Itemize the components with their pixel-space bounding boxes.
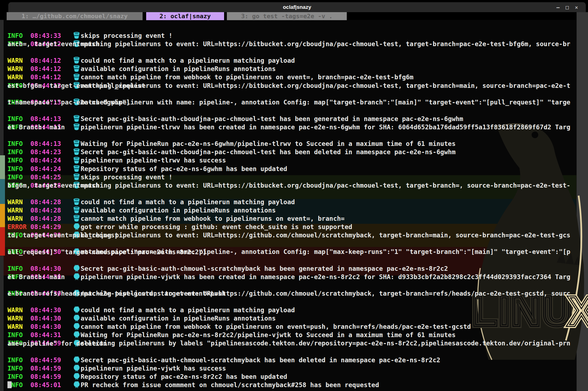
- log-row: INFO 08:44:59 Repository status of pac-e…: [0, 364, 577, 372]
- log-row: INFO 08:44:13 matching pipelineruns to e…: [0, 73, 577, 82]
- log-message-continuation: bfg6m, target-event=push: [7, 182, 99, 189]
- log-row: INFO 08:44:13 Secret pac-git-basic-auth-…: [0, 106, 577, 115]
- log-message-continuation: ull_request]" "target-namespace":"pac-e2…: [7, 248, 206, 256]
- window-title: oclaf|snazy: [8, 2, 586, 12]
- maximize-button[interactable]: □: [566, 4, 569, 10]
- log-row: INFO 08:43:33 skips processing event !: [0, 23, 577, 32]
- log-row: INFO 08:44:59 Secret pac-git-basic-auth-…: [0, 348, 577, 356]
- log-row: INFO 08:44:13 matched pipelinerun with n…: [0, 90, 577, 98]
- tab-window-2-active[interactable]: 2: oclaf|snazy: [146, 12, 224, 20]
- tab-window-3[interactable]: 3: go test -tags=e2e -v .: [227, 12, 347, 20]
- log-row: INFO 08:45:01 PR recheck from issue comm…: [0, 372, 577, 381]
- log-message-continuation: e-branch=refs/heads/pac-e2e-test-gcstd, …: [7, 290, 225, 297]
- close-button[interactable]: ✕: [575, 4, 578, 10]
- log-row: WARN 08:44:30 cannot match pipeline from…: [0, 314, 577, 322]
- log-row: INFO 08:44:24 Repository status of pac-e…: [0, 156, 577, 165]
- log-row: INFO 08:44:13 pipelinerun pipeline-tlrwv…: [0, 115, 577, 123]
- log-row: WARN 08:44:12 could not find a match to …: [0, 48, 577, 56]
- log-message: selecting pipelineruns by labels "pipeli…: [81, 340, 570, 347]
- log-row: INFO 08:44:30 matching pipelineruns to e…: [0, 223, 577, 231]
- log-message-continuation: et Branch: main: [7, 273, 65, 280]
- titlebar[interactable]: oclaf|snazy – □ ✕: [8, 2, 586, 12]
- log-message: pipelinerun pipeline-vjwtk has been crea…: [81, 273, 570, 280]
- log-row: WARN 08:44:30 could not find a match to …: [0, 298, 577, 306]
- log-message: PR recheck from issue commment on chmoue…: [81, 381, 379, 389]
- log-message-continuation: anch=, target-event=push: [7, 40, 99, 48]
- log-message-continuation: ame=pipeline" for deletion: [7, 340, 107, 347]
- terminal-log[interactable]: INFO 08:43:33 skips processing event !IN…: [0, 23, 577, 391]
- log-row: WARN 08:44:28 could not find a match to …: [0, 190, 577, 198]
- log-row: INFO 08:44:13 Waiting for PipelineRun pa…: [0, 131, 577, 140]
- log-message-continuation: t-namespace":"pac-e2e-ns-6gwhm"]: [7, 99, 130, 106]
- log-message: matched pipelinerun with name: pipeline-…: [81, 99, 570, 106]
- log-message-continuation: et Branch: main: [7, 124, 65, 131]
- log-message-continuation: est-bfg6m, target-event=pull_request: [7, 82, 145, 89]
- log-message: matching pipelineruns to event: URL=http…: [81, 82, 570, 89]
- log-message: matching pipelineruns to event: URL=http…: [81, 232, 570, 239]
- terminal-window: LINU LINU LINU X X X oclaf|snazy – □ ✕ 1…: [0, 0, 588, 391]
- log-row: WARN 08:44:12 cannot match pipeline from…: [0, 65, 577, 73]
- log-row: WARN 08:44:28 cannot match pipeline from…: [0, 206, 577, 214]
- log-timestamp: 08:45:01: [30, 381, 65, 389]
- log-row: INFO 08:44:30 matched pipelinerun with n…: [0, 239, 577, 248]
- log-row: INFO 08:44:31 Waiting for PipelineRun pa…: [0, 322, 577, 331]
- log-message: pipelinerun pipeline-tlrwv has been crea…: [81, 124, 570, 131]
- terminal-cursor: [7, 381, 12, 388]
- log-row: INFO 08:44:23 Secret pac-git-basic-auth-…: [0, 140, 577, 148]
- log-row: INFO 08:44:12 matching pipelineruns to e…: [0, 32, 577, 40]
- log-row: ERROR 08:44:29 got error while processin…: [0, 214, 577, 223]
- log-row: INFO 08:44:25 skips processing event !: [0, 165, 577, 173]
- octocat-icon: [65, 372, 81, 390]
- tab-window-1[interactable]: 1: …/github.com/chmouel/snazy: [7, 12, 143, 20]
- octocat-icon: [65, 264, 81, 282]
- log-row: INFO 08:44:30 pipelinerun pipeline-vjwtk…: [0, 264, 577, 273]
- log-row: INFO 08:44:30 matching pipelineruns to e…: [0, 281, 577, 289]
- log-message: matching pipelineruns to event: URL=http…: [81, 182, 570, 189]
- log-row: INFO 08:44:59 selecting pipelineruns by …: [0, 331, 577, 339]
- bucket-icon: [65, 115, 81, 132]
- log-message-continuation: td, target-event=pull_request: [7, 232, 119, 239]
- log-message: matching pipelineruns to event: URL=http…: [81, 40, 570, 48]
- log-row: INFO 08:44:28 matching pipelineruns to e…: [0, 173, 577, 181]
- minimize-button[interactable]: –: [556, 4, 560, 10]
- log-row: INFO 08:44:30 Secret pac-git-basic-auth-…: [0, 256, 577, 264]
